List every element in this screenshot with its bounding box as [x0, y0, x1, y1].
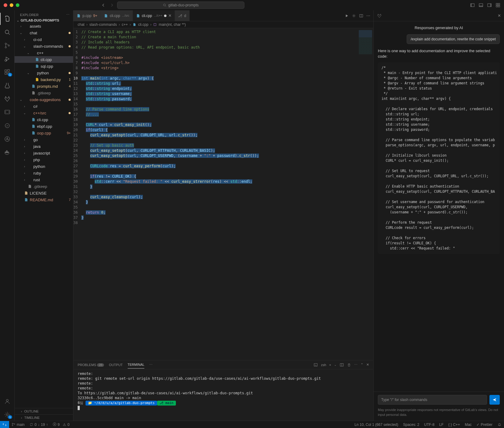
ai-send-button[interactable] [489, 395, 500, 405]
file-oop.cpp[interactable]: oop.cpp9+ [15, 130, 73, 136]
breadcrumb-item[interactable]: main(int, char **) [159, 22, 186, 27]
outline-section[interactable]: ›OUTLINE [15, 408, 73, 414]
folder-go[interactable]: ›go [15, 136, 73, 143]
folder-chat[interactable]: ⌄chat [15, 29, 73, 36]
folder-c++[interactable]: ⌄c++ [15, 49, 73, 56]
sidebar-more-icon[interactable]: ⋯ [66, 13, 69, 17]
panel-more-icon[interactable]: ⋯ [149, 363, 153, 367]
breadcrumb-item[interactable]: slash-commands [89, 22, 117, 27]
panel-maximize-icon[interactable]: ⌃ [361, 363, 363, 367]
settings-icon[interactable] [352, 14, 356, 18]
customize-layout-icon[interactable] [496, 3, 500, 8]
tab-close-icon[interactable]: ✕ [168, 13, 172, 18]
maximize-window-button[interactable] [16, 3, 19, 7]
gitlab-duo-icon[interactable] [377, 13, 382, 19]
ai-code-block[interactable]: /* * main - Entry point for the CLI HTTP… [378, 62, 500, 254]
status-remote[interactable] [0, 421, 9, 428]
panel-tab-output[interactable]: OUTPUT [109, 361, 123, 369]
folder-python[interactable]: ⌄python [15, 70, 73, 76]
run-icon[interactable] [344, 14, 349, 18]
panel-more2-icon[interactable]: ⋯ [354, 363, 358, 367]
status-sync[interactable]: 0↓ 19↑ [27, 423, 50, 427]
layout-sidebar-left-icon[interactable] [470, 3, 475, 8]
tab-d[interactable]: ⎇d [175, 10, 190, 21]
folder-php[interactable]: ›php [15, 156, 73, 163]
terminal-profile-icon[interactable] [314, 363, 318, 367]
status-encoding[interactable]: UTF-8 [422, 423, 437, 427]
status-bell-icon[interactable] [495, 423, 504, 427]
activity-explorer[interactable] [0, 13, 15, 25]
layout-panel-icon[interactable] [479, 3, 483, 8]
activity-remote[interactable] [0, 106, 15, 118]
terminal-split-icon[interactable] [340, 363, 344, 367]
folder-c++/src[interactable]: ⌄c++/src [15, 110, 73, 116]
nav-forward-icon[interactable] [110, 3, 114, 7]
status-problems[interactable]: ⓧ 9 ⚠ 0 [50, 422, 72, 427]
minimap[interactable] [356, 28, 373, 360]
terminal-kill-icon[interactable] [347, 363, 351, 367]
folder-assets[interactable]: ›assets [15, 23, 73, 29]
activity-gitlab[interactable] [0, 93, 15, 105]
activity-docker[interactable] [0, 146, 15, 158]
activity-search[interactable] [0, 26, 15, 38]
tab-more-icon[interactable]: ⋯ [366, 13, 370, 18]
minimize-window-button[interactable] [10, 3, 13, 7]
panel-tab-problems[interactable]: PROBLEMS 28 [78, 361, 104, 369]
status-eol[interactable]: LF [437, 423, 446, 427]
breadcrumb-item[interactable]: chat [78, 22, 85, 27]
activity-chef[interactable] [0, 120, 15, 132]
status-cursor[interactable]: Ln 10, Col 1 (667 selected) [352, 423, 401, 427]
folder-rust[interactable]: ›rust [15, 176, 73, 183]
close-window-button[interactable] [4, 3, 7, 7]
timeline-section[interactable]: ›TIMELINE [15, 414, 73, 421]
panel-close-icon[interactable]: ✕ [366, 363, 369, 367]
activity-scm[interactable] [0, 39, 15, 52]
ai-input[interactable]: Type "/" for slash commands [378, 395, 487, 405]
editor[interactable]: 1234567891011121314151617181920212223242… [73, 28, 373, 360]
terminal-new-icon[interactable]: + [329, 363, 331, 367]
file-.gitkeep[interactable]: .gitkeep [15, 90, 73, 96]
folder-ruby[interactable]: ›ruby [15, 170, 73, 176]
terminal-dropdown-icon[interactable]: ⌄ [334, 363, 337, 366]
split-editor-icon[interactable] [359, 14, 363, 18]
ai-panel-close-icon[interactable]: ✕ [498, 13, 501, 18]
file-LICENSE[interactable]: LICENSE [15, 190, 73, 196]
file-ebpf.cpp[interactable]: ebpf.cpp [15, 123, 73, 130]
folder-python[interactable]: ›python [15, 163, 73, 170]
breadcrumb[interactable]: chat›slash-commands›c++›cli.cpp›main(int… [73, 21, 373, 28]
status-os[interactable]: Mac [462, 423, 474, 427]
folder-c#[interactable]: ›c# [15, 103, 73, 110]
tab-cli.cpp[interactable]: cli.cpp.../c++✕ [133, 10, 175, 21]
file-.gitkeep[interactable]: .gitkeep [15, 183, 73, 190]
folder-javascript[interactable]: ›javascript [15, 150, 73, 156]
breadcrumb-item[interactable]: cli.cpp [138, 22, 148, 27]
tab-p.cpp[interactable]: p.cpp9+ [73, 10, 101, 21]
file-cli.cpp[interactable]: cli.cpp [15, 56, 73, 63]
status-lang[interactable]: { } C++ [446, 423, 462, 427]
activity-settings[interactable]: 1 [0, 409, 15, 421]
panel-tab-terminal[interactable]: TERMINAL [128, 361, 145, 369]
status-branch[interactable]: main [9, 423, 27, 427]
status-spaces[interactable]: Spaces: 2 [401, 423, 422, 427]
layout-sidebar-right-icon[interactable] [487, 3, 492, 8]
breadcrumb-item[interactable]: c++ [122, 22, 128, 27]
folder-ci-cd[interactable]: ›ci-cd [15, 36, 73, 43]
folder-code-suggestions[interactable]: ⌄code-suggestions [15, 96, 73, 103]
sidebar-root[interactable]: ⌄GITLAB-DUO-PROMPTS [15, 18, 73, 23]
activity-ansible[interactable] [0, 133, 15, 145]
file-README.md[interactable]: README.md7 [15, 196, 73, 203]
activity-testing[interactable] [0, 80, 15, 92]
nav-back-icon[interactable] [101, 3, 106, 7]
terminal[interactable]: remote:remote: git remote set-url origin… [73, 369, 373, 421]
tab-cli.cpp[interactable]: cli.cpp.../src [101, 10, 133, 21]
activity-extensions[interactable]: 1 [0, 66, 15, 78]
folder-slash-commands[interactable]: ⌄slash-commands [15, 43, 73, 49]
command-center[interactable]: gitlab-duo-prompts [117, 2, 244, 9]
folder-java[interactable]: ›java [15, 143, 73, 150]
activity-account[interactable] [0, 395, 15, 407]
file-cli.cpp[interactable]: cli.cpp [15, 116, 73, 123]
activity-debug[interactable] [0, 53, 15, 65]
file-sql.cpp[interactable]: sql.cpp [15, 63, 73, 70]
file-backend.py[interactable]: backend.py1 [15, 76, 73, 83]
status-formatter[interactable]: ✓ Prettier [474, 423, 495, 427]
